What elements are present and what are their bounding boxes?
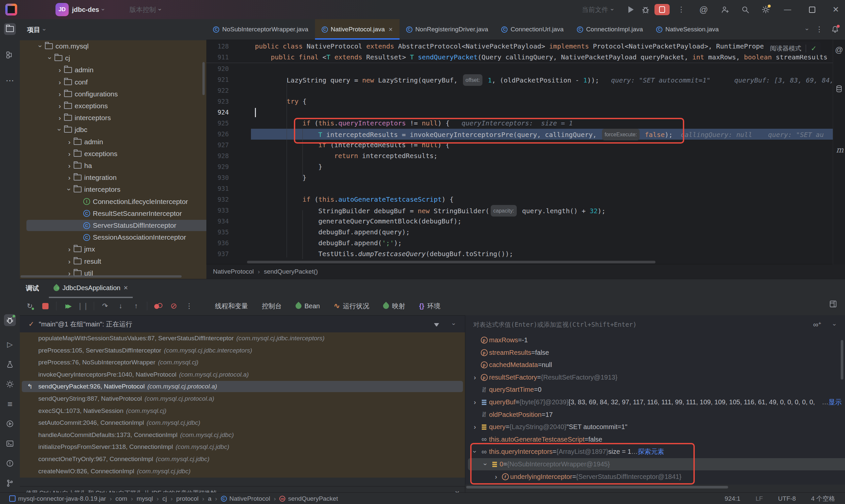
database-icon[interactable] — [835, 85, 843, 93]
add-watch-icon[interactable]: ∞+ — [813, 320, 821, 329]
step-over-button[interactable]: ↷ — [100, 301, 110, 311]
chevron-right-icon[interactable]: › — [55, 102, 64, 110]
ai-assistant-icon[interactable]: @ — [699, 5, 708, 14]
evaluate-expression-input[interactable]: 对表达式求值(Enter)或添加监视(Ctrl+Shift+Enter) ∞+ … — [465, 315, 845, 334]
status-path-NativeProtocol[interactable]: CNativeProtocol — [221, 495, 270, 502]
vcs-widget[interactable]: 版本控制 › — [129, 0, 161, 19]
chevron-right-icon[interactable]: › — [55, 78, 64, 86]
tree-item-ServerStatusDiffInterceptor[interactable]: CServerStatusDiffInterceptor — [20, 219, 206, 231]
chevron-right-icon[interactable]: › — [65, 162, 74, 170]
layout-settings-icon[interactable] — [829, 300, 838, 308]
file-encoding[interactable]: UTF-8 — [778, 495, 796, 502]
code-line-929[interactable]: 929} — [206, 161, 845, 172]
code-line-937[interactable]: 937TestUtils.dumpTestcaseQuery(debugBuf.… — [206, 249, 845, 259]
variable-row-streamResults[interactable]: pstreamResults = false — [468, 346, 843, 359]
editor-tab[interactable]: CConnectionImpl.java — [570, 19, 650, 40]
git-tool-button[interactable] — [4, 477, 16, 489]
line-number[interactable]: 929 — [206, 161, 229, 172]
terminal-tool-button[interactable] — [4, 438, 16, 450]
chevron-right-icon[interactable]: › — [471, 398, 479, 406]
code-line-932[interactable]: 932if (this.autoGenerateTestcaseScript) … — [206, 194, 845, 205]
variables-vscrollbar[interactable] — [841, 340, 843, 380]
editor-tab[interactable]: CNativeSession.java — [650, 19, 725, 40]
tree-hscrollbar[interactable] — [20, 275, 182, 277]
tree-item-ha[interactable]: ›ha — [20, 160, 206, 172]
close-icon[interactable]: ✕ — [123, 285, 128, 291]
run-config-selector[interactable]: 当前文件 › — [582, 0, 614, 19]
tree-item-interceptors[interactable]: ›interceptors — [20, 183, 206, 195]
chevron-down-icon[interactable]: › — [471, 448, 479, 456]
close-icon[interactable]: ✕ — [388, 26, 393, 33]
ai-chat-icon[interactable]: @ — [835, 46, 843, 54]
stack-frame[interactable]: populateMapWithSessionStatusValues:87, S… — [20, 332, 465, 344]
variable-row-queryStartTime[interactable]: 1001queryStartTime = 0 — [468, 383, 843, 396]
settings-gear-icon[interactable] — [761, 5, 770, 14]
code-line-933[interactable]: 933StringBuilder debugBuf = new StringBu… — [206, 205, 845, 216]
close-button[interactable]: ✕ — [831, 5, 840, 14]
stack-frame[interactable]: handleAutoCommitDefaults:1373, Connectio… — [20, 429, 465, 441]
stack-frame[interactable]: execSQL:1073, NativeSession(com.mysql.cj… — [20, 405, 465, 417]
chevron-right-icon[interactable]: › — [65, 245, 74, 253]
code-line-911[interactable]: 911public final <T extends Resultset> T … — [206, 52, 845, 63]
tree-item-jmx[interactable]: ›jmx — [20, 243, 206, 255]
code-line-921[interactable]: 921LazyString query = new LazyString(que… — [206, 74, 845, 85]
line-number[interactable]: 928 — [206, 150, 229, 161]
debug-button[interactable] — [641, 5, 650, 14]
code-line-934[interactable]: 934generateQueryCommentBlock(debugBuf); — [206, 216, 845, 227]
chevron-down-icon[interactable]: › — [56, 125, 64, 134]
line-number[interactable]: 911 — [206, 52, 229, 63]
chevron-right-icon[interactable]: › — [471, 374, 479, 381]
debug-session-tab[interactable]: JdbcDesApplication ✕ — [49, 279, 133, 298]
variable-row-queryBuf[interactable]: ›queryBuf = {byte[67]@2039} [3, 83, 69, … — [468, 396, 843, 408]
code-line-931[interactable]: 931 — [206, 183, 845, 194]
tree-item-result[interactable]: ›result — [20, 255, 206, 267]
rerun-button[interactable]: ↻ — [25, 301, 34, 311]
status-path-mysql[interactable]: mysql — [137, 495, 153, 502]
code-line-928[interactable]: 928return interceptedResults; — [206, 150, 845, 161]
caret-position[interactable]: 924:1 — [725, 495, 741, 502]
tree-item-com.mysql[interactable]: ›com.mysql — [20, 40, 206, 52]
tree-item-exceptions[interactable]: ›exceptions — [20, 148, 206, 160]
line-number[interactable]: 930 — [206, 172, 229, 183]
chevron-down-icon[interactable]: › — [37, 42, 45, 51]
indent-style[interactable]: 4 个空格 — [811, 494, 835, 503]
build-tool-button[interactable]: ≡ — [4, 398, 16, 410]
line-separator[interactable]: LF — [756, 495, 763, 502]
line-number[interactable]: 922 — [206, 85, 229, 96]
maximize-button[interactable] — [808, 5, 816, 14]
stack-frame[interactable]: initializePropsFromServer:1318, Connecti… — [20, 441, 465, 453]
code-line-927[interactable]: 927if (interceptedResults != null) { — [206, 140, 845, 150]
stop-button[interactable] — [654, 4, 670, 15]
line-number[interactable]: 935 — [206, 227, 229, 238]
resume-button[interactable]: ▶▶ — [63, 301, 72, 311]
editor-tab[interactable]: CNonRegisteringDriver.java — [400, 19, 495, 40]
chevron-down-icon[interactable]: › — [451, 323, 457, 325]
editor-tab[interactable]: CNoSubInterceptorWrapper.java — [206, 19, 315, 40]
variable-row-oldPacketPosition[interactable]: 1001oldPacketPosition = 17 — [468, 409, 843, 421]
variable-row-this.queryInterceptors[interactable]: ›∞this.queryInterceptors = {ArrayList@18… — [468, 446, 843, 458]
variable-row-cachedMetadata[interactable]: pcachedMetadata = null — [468, 359, 843, 371]
line-number[interactable]: 128 — [206, 41, 229, 52]
minimize-button[interactable]: — — [783, 5, 792, 14]
more-actions-button[interactable]: ⋮ — [677, 5, 686, 14]
chevron-right-icon[interactable]: › — [65, 150, 74, 158]
tree-item-exceptions[interactable]: ›exceptions — [20, 100, 206, 112]
stop-debug-button[interactable] — [41, 301, 50, 311]
view-breakpoints-button[interactable] — [154, 301, 163, 311]
debug-view-tab-环境[interactable]: {}环境 — [419, 302, 440, 311]
reader-mode-toolbar[interactable]: 阅读器模式 ✓ — [765, 42, 821, 55]
variable-row-maxRows[interactable]: pmaxRows = -1 — [468, 334, 843, 346]
chevron-right-icon[interactable]: › — [65, 269, 74, 277]
inspections-ok-icon[interactable]: ✓ — [811, 44, 816, 53]
code-line-923[interactable]: 923try { — [206, 96, 845, 107]
chevron-right-icon[interactable]: › — [492, 473, 500, 481]
chevron-right-icon[interactable]: › — [65, 257, 74, 265]
status-path-com[interactable]: com — [115, 495, 127, 502]
stack-frame[interactable]: connectOneTryOnly:967, ConnectionImpl(co… — [20, 453, 465, 465]
line-number[interactable]: 921 — [206, 74, 229, 85]
structure-tool-button[interactable] — [4, 49, 16, 61]
status-path-a[interactable]: a — [208, 495, 212, 502]
line-number[interactable]: 924 — [206, 107, 229, 118]
notifications-bell-icon[interactable] — [831, 25, 839, 34]
status-path-cj[interactable]: cj — [162, 495, 167, 502]
